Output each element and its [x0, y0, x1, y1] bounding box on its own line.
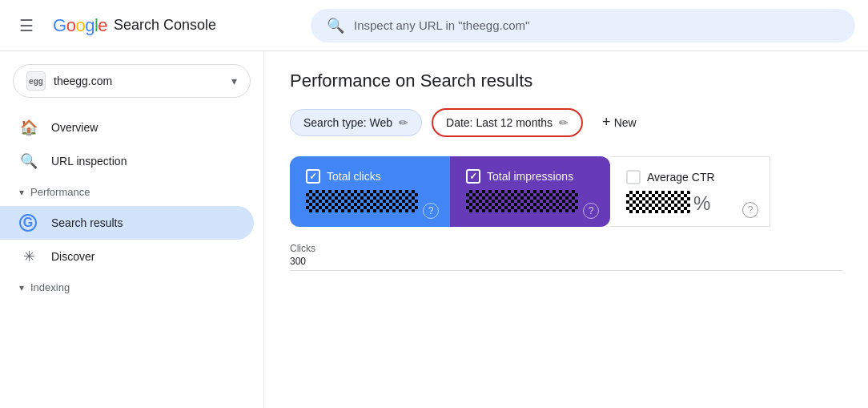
- percent-sign: %: [693, 192, 710, 215]
- ctr-value-bar: [626, 191, 690, 213]
- sidebar-section-performance-label: Performance: [30, 186, 90, 198]
- new-filter-button[interactable]: + New: [593, 107, 646, 137]
- metric-card-total-clicks[interactable]: Total clicks ?: [290, 156, 450, 227]
- google-logo: Google: [53, 15, 107, 36]
- new-filter-label: New: [614, 116, 637, 129]
- search-nav-icon: 🔍: [19, 152, 38, 170]
- sidebar-item-label-search-results: Search results: [51, 216, 123, 229]
- chart-area: Clicks 300: [290, 243, 842, 271]
- date-filter[interactable]: Date: Last 12 months ✏: [432, 108, 583, 137]
- clicks-help-icon[interactable]: ?: [423, 203, 439, 219]
- date-label: Date: Last 12 months: [446, 116, 553, 129]
- hamburger-icon[interactable]: ☰: [13, 10, 40, 42]
- site-selector[interactable]: egg theegg.com ▾: [13, 64, 251, 98]
- sidebar-item-search-results[interactable]: G Search results: [0, 206, 254, 240]
- ctr-help-icon[interactable]: ?: [742, 202, 758, 218]
- impressions-label: Total impressions: [487, 170, 573, 183]
- url-search-bar[interactable]: 🔍 Inspect any URL in "theegg.com": [311, 9, 855, 42]
- ctr-value-area: %: [626, 191, 753, 216]
- main-layout: egg theegg.com ▾ 🏠 Overview 🔍 URL inspec…: [0, 51, 868, 408]
- ctr-checkbox[interactable]: [626, 170, 641, 184]
- clicks-label: Total clicks: [327, 170, 381, 183]
- impressions-value-bar: [466, 190, 578, 212]
- logo-area: Google Search Console: [53, 15, 216, 36]
- top-bar: ☰ Google Search Console 🔍 Inspect any UR…: [0, 0, 868, 51]
- indexing-arrow-icon: ▾: [19, 282, 24, 293]
- sidebar: egg theegg.com ▾ 🏠 Overview 🔍 URL inspec…: [0, 51, 264, 408]
- site-favicon: egg: [26, 71, 46, 91]
- performance-arrow-icon: ▾: [19, 187, 24, 198]
- metric-header-clicks: Total clicks: [306, 169, 434, 184]
- app-title: Search Console: [114, 17, 216, 34]
- site-name: theegg.com: [54, 75, 223, 87]
- metric-header-impressions: Total impressions: [466, 169, 594, 184]
- sidebar-item-label-overview: Overview: [51, 121, 98, 134]
- chart-y-label: Clicks: [290, 243, 842, 254]
- discover-icon: ✳: [19, 248, 38, 265]
- sidebar-item-discover[interactable]: ✳ Discover: [0, 240, 254, 273]
- sidebar-item-label-discover: Discover: [51, 250, 94, 263]
- filter-row: Search type: Web ✏ Date: Last 12 months …: [290, 107, 842, 137]
- impressions-help-icon[interactable]: ?: [583, 203, 599, 219]
- metric-card-average-ctr[interactable]: Average CTR % ?: [610, 156, 770, 227]
- site-dropdown-icon: ▾: [231, 75, 237, 87]
- sidebar-section-indexing[interactable]: ▾ Indexing: [0, 273, 263, 301]
- sidebar-section-performance[interactable]: ▾ Performance: [0, 178, 263, 206]
- sidebar-section-indexing-label: Indexing: [30, 281, 70, 293]
- ctr-label: Average CTR: [647, 171, 715, 184]
- google-g-icon: G: [19, 214, 38, 232]
- main-content: Performance on Search results Search typ…: [264, 51, 868, 408]
- impressions-checkbox[interactable]: [466, 169, 480, 184]
- search-icon: 🔍: [327, 17, 344, 34]
- clicks-value-bar: [306, 190, 418, 212]
- page-title: Performance on Search results: [290, 71, 842, 91]
- chart-y-value: 300: [290, 256, 842, 267]
- search-type-label: Search type: Web: [303, 116, 392, 129]
- search-type-filter[interactable]: Search type: Web ✏: [290, 109, 422, 136]
- search-type-edit-icon: ✏: [399, 116, 408, 129]
- chart-line: [290, 270, 842, 271]
- date-edit-icon: ✏: [559, 116, 569, 129]
- metrics-row: Total clicks ? Total impressions ? Avera…: [290, 156, 842, 227]
- sidebar-item-label-url-inspection: URL inspection: [51, 155, 127, 168]
- plus-icon: +: [602, 114, 611, 131]
- metric-card-total-impressions[interactable]: Total impressions ?: [450, 156, 610, 227]
- clicks-checkbox[interactable]: [306, 169, 320, 184]
- metric-header-ctr: Average CTR: [626, 170, 753, 184]
- sidebar-item-overview[interactable]: 🏠 Overview: [0, 111, 254, 144]
- search-bar-placeholder: Inspect any URL in "theegg.com": [354, 18, 529, 32]
- home-icon: 🏠: [19, 119, 38, 136]
- sidebar-item-url-inspection[interactable]: 🔍 URL inspection: [0, 144, 254, 178]
